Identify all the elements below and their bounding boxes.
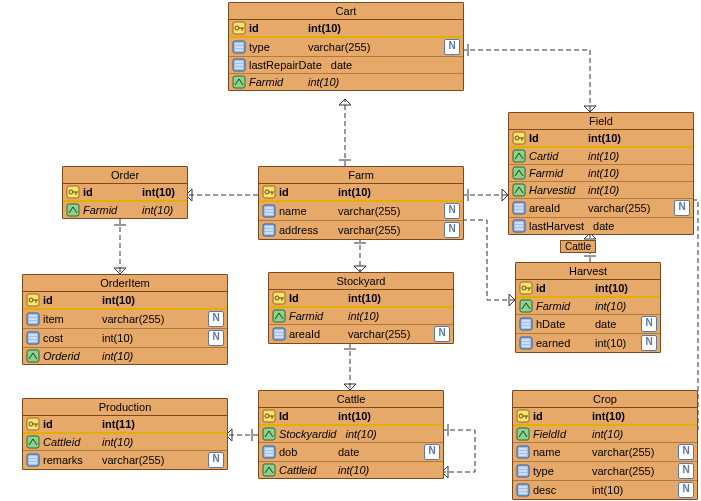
column-row[interactable]: costint(10)N xyxy=(23,328,227,347)
column-row[interactable]: Harvestidint(10) xyxy=(509,181,693,198)
column-name: Cartid xyxy=(529,150,585,162)
column-type: int(10) xyxy=(142,204,184,216)
column-name: id xyxy=(536,282,592,294)
column-name: id xyxy=(83,186,139,198)
column-row[interactable]: idint(10) xyxy=(229,20,463,36)
column-row[interactable]: hDatedateN xyxy=(516,314,660,333)
column-row[interactable]: Farmidint(10) xyxy=(229,73,463,90)
entity-title[interactable]: OrderItem xyxy=(23,275,227,292)
column-name: Farmid xyxy=(249,76,305,88)
column-name: Farmid xyxy=(83,204,139,216)
column-name: dob xyxy=(279,446,335,458)
column-row[interactable]: Idint(10) xyxy=(509,130,693,146)
entity-field[interactable]: FieldIdint(10)Cartidint(10)Farmidint(10)… xyxy=(508,112,694,235)
column-name: Id xyxy=(529,132,585,144)
column-row[interactable]: Farmidint(10) xyxy=(63,200,187,218)
column-icon xyxy=(519,336,533,350)
column-row[interactable]: typevarchar(255)N xyxy=(513,461,697,480)
column-row[interactable]: remarksvarchar(255)N xyxy=(23,450,227,469)
column-row[interactable]: Cartidint(10) xyxy=(509,146,693,164)
entity-order[interactable]: Orderidint(10)Farmidint(10) xyxy=(62,166,188,219)
column-row[interactable]: Orderidint(10) xyxy=(23,347,227,364)
column-name: id xyxy=(533,410,589,422)
not-null-badge: N xyxy=(678,482,694,498)
column-row[interactable]: FieldIdint(10) xyxy=(513,424,697,442)
column-row[interactable]: itemvarchar(255)N xyxy=(23,308,227,328)
column-row[interactable]: Farmidint(10) xyxy=(516,296,660,314)
entity-title[interactable]: Order xyxy=(63,167,187,184)
column-row[interactable]: dobdateN xyxy=(259,442,443,461)
column-name: Stockyardid xyxy=(279,428,342,440)
column-icon xyxy=(512,201,526,215)
column-row[interactable]: Farmidint(10) xyxy=(509,164,693,181)
column-type: int(10) xyxy=(102,294,224,306)
column-row[interactable]: Idint(10) xyxy=(259,408,443,424)
column-type: int(10) xyxy=(592,410,694,422)
primary-key-icon xyxy=(66,185,80,199)
column-name: name xyxy=(279,205,335,217)
column-row[interactable]: namevarchar(255)N xyxy=(513,442,697,461)
column-type: int(10) xyxy=(348,310,450,322)
column-row[interactable]: lastHarvestdate xyxy=(509,217,693,234)
column-type: int(10) xyxy=(348,292,450,304)
column-row[interactable]: namevarchar(255)N xyxy=(259,200,463,220)
column-row[interactable]: idint(10) xyxy=(23,292,227,308)
column-row[interactable]: idint(10) xyxy=(513,408,697,424)
entity-harvest[interactable]: Harvestidint(10)Farmidint(10)hDatedateNe… xyxy=(515,262,661,353)
column-row[interactable]: areaIdvarchar(255)N xyxy=(269,324,453,343)
column-row[interactable]: Stockyardidint(10) xyxy=(259,424,443,442)
entity-title[interactable]: Crop xyxy=(513,391,697,408)
column-row[interactable]: Cattleidint(10) xyxy=(23,432,227,450)
column-type: int(10) xyxy=(102,436,224,448)
column-row[interactable]: idint(10) xyxy=(63,184,187,200)
column-row[interactable]: Idint(10) xyxy=(269,290,453,306)
foreign-key-icon xyxy=(516,427,530,441)
column-row[interactable]: Cattleidint(10) xyxy=(259,461,443,478)
foreign-key-icon xyxy=(262,427,276,441)
entity-crop[interactable]: Cropidint(10)FieldIdint(10)namevarchar(2… xyxy=(512,390,698,500)
entity-title[interactable]: Field xyxy=(509,113,693,130)
column-row[interactable]: areaIdvarchar(255)N xyxy=(509,198,693,217)
not-null-badge: N xyxy=(434,326,450,342)
foreign-key-icon xyxy=(26,435,40,449)
column-icon xyxy=(516,464,530,478)
column-row[interactable]: typevarchar(255)N xyxy=(229,36,463,56)
column-row[interactable]: earnedint(10)N xyxy=(516,333,660,352)
column-row[interactable]: idint(10) xyxy=(516,280,660,296)
column-name: name xyxy=(533,446,589,458)
column-row[interactable]: addressvarchar(255)N xyxy=(259,220,463,239)
column-type: int(10) xyxy=(308,22,460,34)
column-row[interactable]: descint(10)N xyxy=(513,480,697,499)
column-row[interactable]: idint(11) xyxy=(23,416,227,432)
column-row[interactable]: lastRepairDatedate xyxy=(229,56,463,73)
entity-orderitem[interactable]: OrderItemidint(10)itemvarchar(255)Ncosti… xyxy=(22,274,228,365)
entity-title[interactable]: Stockyard xyxy=(269,273,453,290)
column-row[interactable]: Farmidint(10) xyxy=(269,306,453,324)
entity-stockyard[interactable]: StockyardIdint(10)Farmidint(10)areaIdvar… xyxy=(268,272,454,344)
entity-title[interactable]: Harvest xyxy=(516,263,660,280)
self-relation-label: Cattle xyxy=(560,240,596,253)
column-name: Id xyxy=(289,292,345,304)
column-type: int(10) xyxy=(588,132,690,144)
not-null-badge: N xyxy=(641,316,657,332)
not-null-badge: N xyxy=(444,203,460,219)
entity-production[interactable]: Productionidint(11)Cattleidint(10)remark… xyxy=(22,398,228,470)
entity-title[interactable]: Production xyxy=(23,399,227,416)
column-type: int(10) xyxy=(102,332,205,344)
column-name: Cattleid xyxy=(43,436,99,448)
column-type: int(10) xyxy=(338,186,460,198)
entity-farm[interactable]: Farmidint(10)namevarchar(255)Naddressvar… xyxy=(258,166,464,240)
column-type: int(10) xyxy=(142,186,184,198)
column-type: varchar(255) xyxy=(348,328,431,340)
foreign-key-icon xyxy=(26,349,40,363)
entity-title[interactable]: Cart xyxy=(229,3,463,20)
entity-cattle[interactable]: CattleIdint(10)Stockyardidint(10)dobdate… xyxy=(258,390,444,479)
column-name: Cattleid xyxy=(279,464,335,476)
column-icon xyxy=(262,223,276,237)
column-name: areaId xyxy=(289,328,345,340)
column-row[interactable]: idint(10) xyxy=(259,184,463,200)
entity-cart[interactable]: Cartidint(10)typevarchar(255)NlastRepair… xyxy=(228,2,464,91)
column-name: Farmid xyxy=(289,310,345,322)
entity-title[interactable]: Farm xyxy=(259,167,463,184)
entity-title[interactable]: Cattle xyxy=(259,391,443,408)
